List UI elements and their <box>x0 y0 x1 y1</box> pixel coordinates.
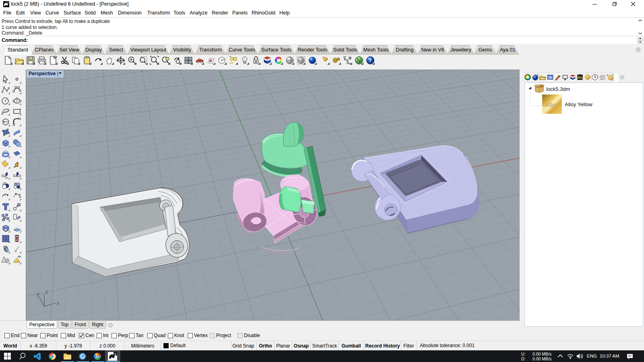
svg-text:y: y <box>37 292 39 297</box>
svg-text:RG: RG <box>577 76 583 80</box>
svg-text:x: x <box>57 300 59 306</box>
svg-text:z: z <box>45 289 48 295</box>
svg-text:?: ? <box>549 76 551 80</box>
svg-text:Alloy: Alloy <box>545 102 557 108</box>
svg-text:?: ? <box>369 58 372 64</box>
svg-text:6: 6 <box>114 352 116 356</box>
